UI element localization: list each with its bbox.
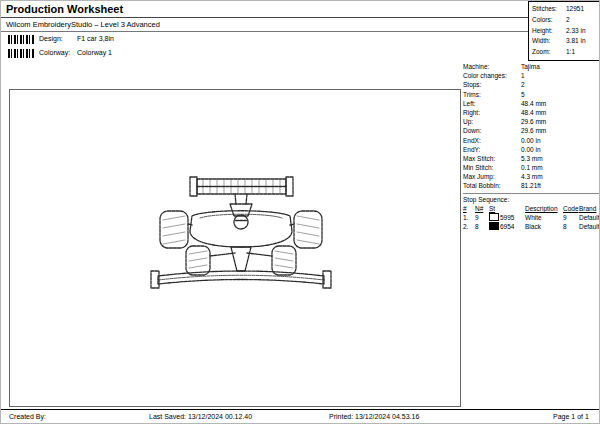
stop-sequence-table: # N# St Description Code Brand 1. 9 5995… <box>463 204 599 231</box>
stop-row-brand: Default <box>579 213 599 222</box>
machine-info-label: Stops: <box>463 80 521 89</box>
machine-info-value: Tajima <box>521 62 599 71</box>
machine-info-label: EndX: <box>463 136 521 145</box>
stop-row-description: Black <box>525 222 563 231</box>
stat-label: Width: <box>532 36 566 47</box>
design-value: F1 car 3,8in <box>77 32 114 46</box>
printed-text: Printed: 13/12/2024 04.53.16 <box>329 413 419 420</box>
stop-row-description: White <box>525 213 563 222</box>
col-header: Code <box>563 204 579 213</box>
thread-number: 6954 <box>500 223 514 230</box>
machine-info-value: 48.4 mm <box>521 108 599 117</box>
machine-info-label: Right: <box>463 108 521 117</box>
machine-info-value: 29.6 mm <box>521 126 599 135</box>
stop-row-st: 6954 <box>489 222 525 231</box>
production-worksheet-page: Production Worksheet Wilcom EmbroiderySt… <box>0 0 600 424</box>
machine-info-label: Max Jump: <box>463 172 521 181</box>
stop-row-brand: Default <box>579 222 599 231</box>
col-header: N# <box>475 204 489 213</box>
header: Production Worksheet Wilcom EmbroiderySt… <box>1 1 528 60</box>
stop-row-n: 8 <box>475 222 489 231</box>
machine-info-label: Left: <box>463 99 521 108</box>
machine-info-value: 0.00 in <box>521 145 599 154</box>
stat-label: Zoom: <box>532 47 566 58</box>
page-number: Page 1 of 1 <box>553 413 589 420</box>
machine-info-label: Machine: <box>463 62 521 71</box>
stat-label: Colors: <box>532 15 566 26</box>
stat-value: 12951 <box>566 4 596 15</box>
page-title: Production Worksheet <box>1 1 528 18</box>
software-subtitle: Wilcom EmbroideryStudio – Level 3 Advanc… <box>1 18 528 32</box>
created-by-label: Created By: <box>9 413 46 420</box>
machine-info-value: 81.21ft <box>521 181 599 190</box>
machine-info-panel: Machine:Tajima Color changes:1 Stops:2 T… <box>463 62 599 191</box>
design-label: Design: <box>39 32 63 46</box>
machine-info-value: 1 <box>521 71 599 80</box>
col-header: Brand <box>579 204 599 213</box>
stop-row-num: 1. <box>463 213 475 222</box>
machine-info-value: 2 <box>521 80 599 89</box>
design-row: Design: F1 car 3,8in <box>1 32 528 46</box>
colorway-value: Colorway 1 <box>77 46 112 60</box>
design-barcode-icon <box>8 35 34 44</box>
stat-value: 1:1 <box>566 47 596 58</box>
machine-info-value: 29.6 mm <box>521 117 599 126</box>
stop-sequence-title: Stop Sequence: <box>463 195 599 204</box>
stop-row-code: 8 <box>563 222 579 231</box>
stat-value: 2 <box>566 15 596 26</box>
stop-row-num: 2. <box>463 222 475 231</box>
col-header: St <box>489 204 525 213</box>
footer: Created By: Last Saved: 13/12/2024 00.12… <box>1 409 600 424</box>
machine-info-value: 4.3 mm <box>521 172 599 181</box>
machine-info-value: 0.1 mm <box>521 163 599 172</box>
stat-label: Stitches: <box>532 4 566 15</box>
machine-info-label: EndY: <box>463 145 521 154</box>
machine-info-label: Down: <box>463 126 521 135</box>
machine-info-label: Total Bobbin: <box>463 181 521 190</box>
thread-swatch-icon <box>489 213 499 221</box>
colorway-label: Colorway: <box>39 46 70 60</box>
machine-info-label: Trims: <box>463 90 521 99</box>
stat-label: Height: <box>532 26 566 37</box>
f1-car-drawing <box>134 176 349 301</box>
colorway-row: Colorway: Colorway 1 <box>1 46 528 60</box>
machine-info-label: Min Stitch: <box>463 163 521 172</box>
machine-info-label: Color changes: <box>463 71 521 80</box>
machine-info-value: 48.4 mm <box>521 99 599 108</box>
machine-info-value: 5.3 mm <box>521 154 599 163</box>
machine-info-label: Up: <box>463 117 521 126</box>
stat-value: 3.81 in <box>566 36 596 47</box>
stat-value: 2.33 in <box>566 26 596 37</box>
summary-stats-box: Stitches:12951 Colors:2 Height:2.33 in W… <box>528 1 600 61</box>
thread-swatch-icon <box>489 222 499 230</box>
stop-row-n: 9 <box>475 213 489 222</box>
last-saved-text: Last Saved: 13/12/2024 00.12.40 <box>149 413 252 420</box>
thread-number: 5995 <box>500 214 514 221</box>
col-header: # <box>463 204 475 213</box>
machine-info-value: 0.00 in <box>521 136 599 145</box>
machine-info-label: Max Stitch: <box>463 154 521 163</box>
stop-row-st: 5995 <box>489 213 525 222</box>
colorway-barcode-icon <box>8 49 34 58</box>
stop-row-code: 9 <box>563 213 579 222</box>
machine-info-value: 5 <box>521 90 599 99</box>
stop-sequence: Stop Sequence: # N# St Description Code … <box>463 193 599 231</box>
col-header: Description <box>525 204 563 213</box>
